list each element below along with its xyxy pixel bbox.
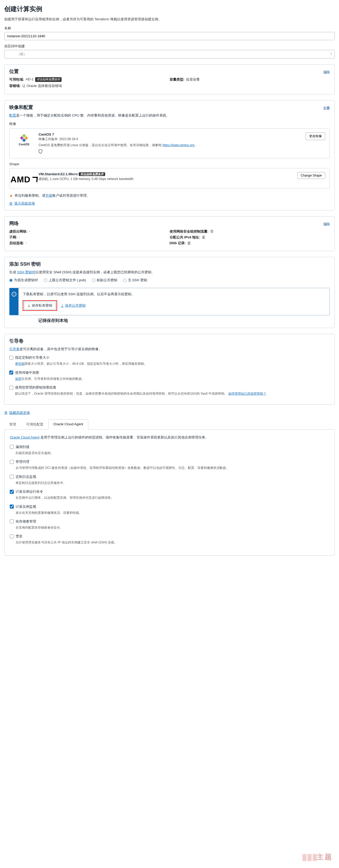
sliders-icon: ⚙	[9, 202, 13, 206]
boot-volume-link[interactable]: 引导卷	[9, 347, 20, 351]
network-card: 网络 编辑 虚拟云网络:-使用网络安全组控制流量:否子网:-分配公共 IPv4 …	[4, 216, 335, 251]
change-image-button[interactable]: 更改映像	[306, 132, 325, 140]
shape-link[interactable]: 配置	[9, 114, 16, 117]
agent-check-3[interactable]: 计算实例运行命令	[10, 489, 329, 494]
ssh-option-3[interactable]: 无 SSH 密钥	[123, 278, 147, 283]
shape-desc: 虚拟机, 1 core OCPU, 1 GB memory, 0.48 Gbps…	[38, 177, 293, 181]
location-edit[interactable]: 编辑	[323, 70, 330, 74]
tab-panel-agent: Oracle Cloud Agent 是用于管理实例上运行的插件的轻型进程。插件…	[4, 430, 335, 556]
ssh-option-1[interactable]: 上载公共密钥文件 (.pub)	[44, 278, 86, 283]
centos-url[interactable]: https://www.centos.org	[162, 143, 194, 147]
agent-doc-link[interactable]: Oracle Cloud Agent	[10, 435, 40, 439]
download-icon: ⤓	[28, 304, 30, 308]
amd-logo: AMD	[14, 172, 34, 185]
tab-0[interactable]: 管理	[4, 419, 21, 430]
ssh-info-text: 下载私有密钥，以便可以使用 SSH 连接到实例。以后不会再显示此密钥。	[23, 292, 325, 297]
ssh-card: 添加 SSH 密钥 生成 SSH 密钥对以使用安全 Shell (SSH) 连接…	[4, 257, 335, 328]
agent-check-5[interactable]: 块存储卷管理	[10, 519, 329, 524]
download-icon: ⤓	[61, 304, 64, 308]
image-title: 映像和配置	[9, 104, 33, 111]
page-lead: 创建用于部署和运行应用程序的实例，或者另存为可重用的 Terraform 堆栈以…	[4, 17, 335, 22]
compartment-select[interactable]: （根）	[4, 50, 335, 58]
boot-help-link-2[interactable]: 如何管理自己的加密密钥？	[228, 392, 266, 395]
save-private-key-button[interactable]: ⤓保存私有密钥	[24, 302, 56, 310]
save-private-key-highlight: ⤓保存私有密钥	[23, 300, 57, 311]
boot-check-1[interactable]: 使用传输中加密	[9, 370, 330, 375]
agent-check-1[interactable]: 管理代理	[10, 459, 329, 464]
compartment-label: 在区间中创建	[4, 44, 335, 49]
instance-name-input[interactable]	[4, 32, 335, 40]
sliders-icon: ⚙	[4, 410, 8, 415]
image-card: 映像和配置 折叠 配置是一个模板，用于确定分配给实例的 CPU 数、内存量和其他…	[4, 100, 335, 210]
shield-icon	[38, 149, 302, 154]
location-card: 位置 编辑 可用性域:AD-1符合始终免费条件 容量类型:按需容量 容错域:让 …	[4, 64, 335, 94]
ssh-option-0[interactable]: 为我生成密钥对	[9, 278, 38, 283]
ssh-keypair-link[interactable]: SSH 密钥对	[17, 270, 35, 274]
agent-check-0[interactable]: 漏洞扫描	[10, 444, 329, 449]
show-advanced-toggle[interactable]: ⚙显示高级选项	[9, 201, 35, 206]
free-tier-badge: 符合始终免费条件	[35, 77, 62, 82]
boot-title: 引导卷	[9, 338, 330, 344]
tab-1[interactable]: 可用性配置	[21, 419, 48, 430]
name-label: 名称	[4, 26, 335, 31]
agent-check-4[interactable]: 计算实例监视	[10, 504, 329, 509]
agent-check-6[interactable]: 堡垒	[10, 534, 329, 539]
image-tile: CentOS CentOS 7 映像工作版本: 2022.08.18-0 Cen…	[9, 128, 330, 158]
upgrade-link[interactable]: 升级	[45, 193, 52, 197]
page-title: 创建计算实例	[4, 5, 335, 13]
change-shape-button[interactable]: Change Shape	[297, 172, 325, 179]
ssh-option-2[interactable]: 粘贴公共密钥	[92, 278, 117, 283]
tab-2[interactable]: Oracle Cloud Agent	[48, 419, 88, 430]
ssh-title: 添加 SSH 密钥	[9, 261, 330, 267]
os-name: CentOS 7	[38, 132, 302, 136]
hide-advanced-toggle[interactable]: ⚙隐藏高级选项	[4, 410, 30, 415]
free-tier-badge: 符合始终免费条件	[79, 172, 105, 176]
image-subhead: 映像	[9, 122, 330, 126]
save-public-key-button[interactable]: ⤓保存公共密钥	[61, 303, 86, 308]
boot-card: 引导卷 引导卷是可分离的设备，其中包含用于引导计算实例的映像。 指定定制的引导卷…	[4, 334, 335, 404]
boot-check-0[interactable]: 指定定制的引导卷大小	[9, 355, 330, 360]
info-icon: i	[12, 292, 17, 297]
location-title: 位置	[9, 68, 19, 74]
network-title: 网络	[9, 220, 19, 226]
ssh-info-box: i 下载私有密钥，以便可以使用 SSH 连接到实例。以后不会再显示此密钥。 ⤓保…	[9, 288, 330, 315]
shape-tile: AMD VM.Standard.E2.1.Micro 符合始终免费条件 虚拟机,…	[9, 168, 330, 188]
boot-help-link-0[interactable]: 卷性能	[15, 362, 25, 366]
boot-check-2[interactable]: 使用您管理的密钥加密此卷	[9, 385, 330, 390]
warning-icon: ▲	[9, 193, 13, 197]
shape-subhead: Shape	[9, 162, 330, 166]
centos-logo: CentOS	[14, 132, 34, 146]
annotation-text: 记得保存到本地	[38, 318, 330, 323]
boot-help-link-1[interactable]: 加密	[15, 377, 22, 381]
shape-name: VM.Standard.E2.1.Micro	[38, 172, 78, 176]
agent-check-2[interactable]: 定制日志监视	[10, 474, 329, 479]
os-build: 映像工作版本: 2022.08.18-0	[38, 137, 302, 142]
network-edit[interactable]: 编辑	[323, 222, 330, 226]
image-collapse[interactable]: 折叠	[323, 106, 330, 110]
